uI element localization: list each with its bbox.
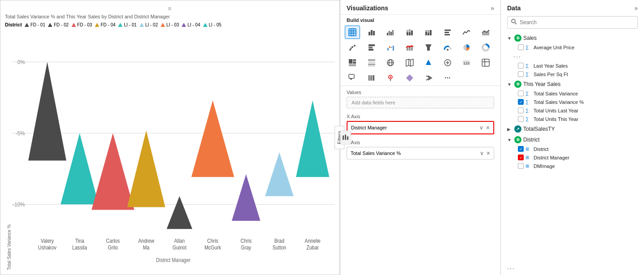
tree-item-total-sales-variance-pct[interactable]: ∑ Total Sales Variance % <box>507 98 638 106</box>
viz-icon-treemap[interactable] <box>345 56 360 69</box>
total-units-last-year-checkbox[interactable] <box>518 107 524 113</box>
data-tree: ▼ ⚙ Sales ∑ Average Unit Price ··· ∑ Las… <box>507 33 638 261</box>
svg-rect-37 <box>387 33 388 35</box>
svg-line-108 <box>515 22 517 24</box>
viz-icon-barcode[interactable] <box>364 71 379 85</box>
legend-tri-li01 <box>118 23 123 27</box>
values-placeholder[interactable]: Add data fields here <box>347 97 494 108</box>
viz-icon-map[interactable] <box>402 56 417 69</box>
district-checkbox[interactable] <box>518 146 524 152</box>
viz-icon-area[interactable] <box>478 26 493 39</box>
viz-icon-kpi[interactable] <box>478 56 493 69</box>
legend-item-fd01: FD - 01 <box>25 22 45 27</box>
viz-icon-grouped-bar[interactable] <box>383 26 398 39</box>
viz-icon-table[interactable] <box>345 26 360 39</box>
tree-group-sales-header[interactable]: ▼ ⚙ Sales <box>507 33 638 43</box>
data-expand-btn[interactable]: » <box>634 4 638 12</box>
y-axis-field[interactable]: Total Sales Variance % ∨ × <box>347 147 494 159</box>
viz-icon-100stacked[interactable] <box>421 26 436 39</box>
viz-icon-pie[interactable] <box>459 41 474 54</box>
tree-item-avg-unit-price[interactable]: ∑ Average Unit Price <box>507 43 638 52</box>
svg-rect-101 <box>372 75 373 81</box>
viz-expand-btn[interactable]: » <box>491 4 494 12</box>
legend-item-li02: LI - 02 <box>140 22 158 27</box>
svg-rect-93 <box>482 59 489 66</box>
svg-rect-80 <box>368 66 375 67</box>
last-year-sales-checkbox[interactable] <box>518 63 524 69</box>
viz-icon-hbar2[interactable] <box>364 41 379 54</box>
sales-per-sq-ft-checkbox[interactable] <box>518 71 524 77</box>
total-units-this-year-checkbox[interactable] <box>518 116 524 122</box>
district-chevron-icon: ▼ <box>507 138 513 142</box>
viz-icon-arrow-up[interactable] <box>421 56 436 69</box>
viz-icon-bar[interactable] <box>364 26 379 39</box>
svg-rect-35 <box>371 30 373 35</box>
chart-area: Total Sales Variance % 0% -5% -10% <box>5 29 335 270</box>
viz-icon-123[interactable]: 123 <box>459 56 474 69</box>
tree-group-tys-header[interactable]: ▼ ⚙ This Year Sales <box>507 79 638 89</box>
svg-rect-26 <box>345 135 346 140</box>
total-sales-variance-pct-checkbox[interactable] <box>518 99 524 105</box>
tree-item-dmimage[interactable]: ⊞ DMImage <box>507 162 638 170</box>
x-axis-field[interactable]: District Manager ∨ × <box>347 121 494 134</box>
tys-group-icon: ⚙ <box>514 81 521 88</box>
tree-item-last-year-sales[interactable]: ∑ Last Year Sales <box>507 61 638 70</box>
chart-inner: 0% -5% -10% <box>12 29 335 270</box>
x-axis-chevron-icon[interactable]: ∨ <box>479 125 483 131</box>
svg-point-58 <box>350 47 352 49</box>
viz-icon-geo[interactable] <box>383 71 398 85</box>
district-manager-label: District Manager <box>534 155 569 160</box>
viz-icon-more[interactable]: ··· <box>440 71 455 85</box>
legend-prefix: District <box>5 22 22 27</box>
viz-icon-combo[interactable] <box>402 41 417 54</box>
y-axis-field-value: Total Sales Variance % <box>351 150 401 156</box>
legend-item-li04: LI - 04 <box>182 22 200 27</box>
svg-rect-39 <box>390 32 392 35</box>
sales-more-dots[interactable]: ··· <box>507 52 638 61</box>
tree-item-total-units-last-year[interactable]: ∑ Total Units Last Year <box>507 106 638 115</box>
viz-icon-waterfall[interactable] <box>383 41 398 54</box>
tree-group-tst-header[interactable]: ▶ ↗ TotalSalesTY <box>507 124 638 134</box>
viz-icon-funnel[interactable] <box>421 41 436 54</box>
tri-andrew <box>127 130 165 207</box>
legend-label-li03: LI - 03 <box>166 22 179 27</box>
y-axis-chevron-icon[interactable]: ∨ <box>480 150 484 156</box>
viz-icon-hbar[interactable] <box>440 26 455 39</box>
tree-group-district: ▼ ⚙ District ⊞ District ⊞ District Manag… <box>507 135 638 170</box>
viz-icon-stacked[interactable] <box>402 26 417 39</box>
total-sales-variance-checkbox[interactable] <box>518 90 524 96</box>
dmimage-label: DMImage <box>534 163 555 169</box>
svg-rect-63 <box>389 46 390 48</box>
avg-unit-price-checkbox[interactable] <box>518 44 524 50</box>
tree-group-district-header[interactable]: ▼ ⚙ District <box>507 135 638 145</box>
legend-item-li03: LI - 03 <box>161 22 179 27</box>
viz-icon-matrix[interactable] <box>364 56 379 69</box>
viz-icon-qa[interactable] <box>345 71 360 85</box>
viz-icon-gauge[interactable] <box>440 41 455 54</box>
search-input[interactable] <box>520 19 634 26</box>
tree-item-district[interactable]: ⊞ District <box>507 145 638 153</box>
tree-item-district-manager[interactable]: ⊞ District Manager <box>507 153 638 162</box>
viz-icon-line[interactable] <box>459 26 474 39</box>
search-box[interactable] <box>507 16 638 29</box>
tree-item-total-sales-variance[interactable]: ∑ Total Sales Variance <box>507 89 638 98</box>
viz-icon-chevron-right[interactable] <box>421 71 436 85</box>
tys-group-label: This Year Sales <box>523 81 560 87</box>
y-axis-remove-icon[interactable]: × <box>487 150 490 157</box>
viz-icon-scatter[interactable] <box>345 41 360 54</box>
x-axis-remove-icon[interactable]: × <box>486 124 490 131</box>
tree-item-sales-per-sq-ft[interactable]: ∑ Sales Per Sq Ft <box>507 70 638 78</box>
dmimage-checkbox[interactable] <box>518 163 524 169</box>
measure-icon-2: ∑ <box>525 63 532 68</box>
district-manager-checkbox[interactable] <box>518 155 524 160</box>
svg-rect-76 <box>349 64 356 66</box>
viz-icon-globe[interactable] <box>383 56 398 69</box>
drag-handle[interactable]: ≡ <box>5 5 335 12</box>
tree-item-total-units-this-year[interactable]: ∑ Total Units This Year <box>507 115 638 123</box>
chart-data-icon[interactable] <box>340 131 351 145</box>
viz-icon-shape[interactable] <box>440 56 455 69</box>
viz-icon-diamond[interactable] <box>402 71 417 85</box>
viz-icon-donut[interactable] <box>478 41 493 54</box>
legend-tri-li05 <box>203 23 208 27</box>
data-footer-dots[interactable]: ... <box>507 261 638 271</box>
